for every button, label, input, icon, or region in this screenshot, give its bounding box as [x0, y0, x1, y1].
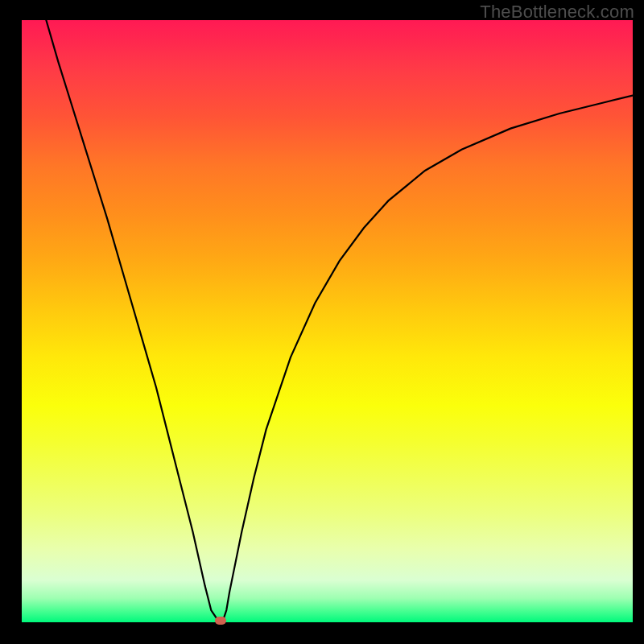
- watermark-text: TheBottleneck.com: [480, 2, 634, 23]
- plot-area: [22, 20, 633, 622]
- bottleneck-curve: [22, 20, 633, 622]
- optimal-point-marker: [215, 617, 226, 625]
- chart-frame: TheBottleneck.com: [0, 0, 644, 644]
